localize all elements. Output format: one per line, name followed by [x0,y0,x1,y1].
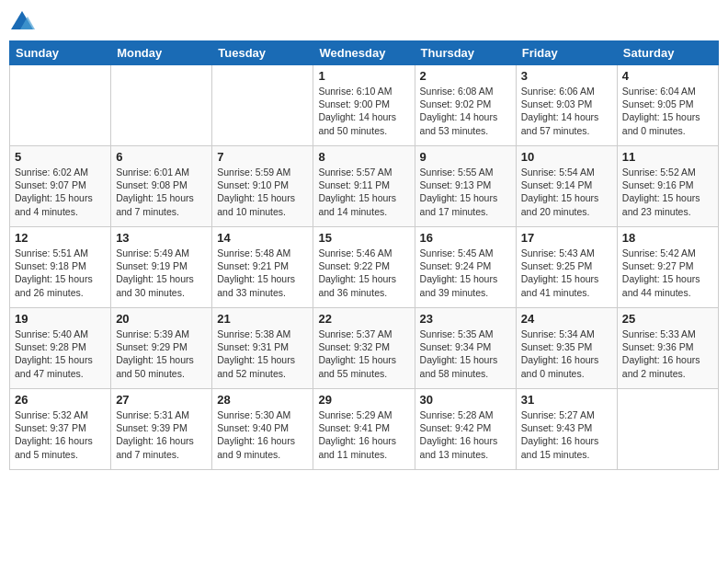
day-number: 3 [521,69,612,83]
day-number: 11 [622,150,713,164]
day-number: 31 [521,393,612,407]
weekday-header-tuesday: Tuesday [212,41,313,65]
calendar-table: SundayMondayTuesdayWednesdayThursdayFrid… [9,40,719,470]
calendar-day: 27Sunrise: 5:31 AM Sunset: 9:39 PM Dayli… [111,389,212,470]
calendar-day: 3Sunrise: 6:06 AM Sunset: 9:03 PM Daylig… [516,65,617,146]
day-info: Sunrise: 5:46 AM Sunset: 9:22 PM Dayligh… [318,247,409,299]
day-number: 9 [420,150,511,164]
day-number: 30 [420,393,511,407]
calendar-day [617,389,718,470]
calendar-day: 17Sunrise: 5:43 AM Sunset: 9:25 PM Dayli… [516,227,617,308]
day-number: 19 [15,312,106,326]
calendar-day: 14Sunrise: 5:48 AM Sunset: 9:21 PM Dayli… [212,227,313,308]
day-info: Sunrise: 5:54 AM Sunset: 9:14 PM Dayligh… [521,166,612,218]
day-info: Sunrise: 5:32 AM Sunset: 9:37 PM Dayligh… [15,408,106,461]
calendar-day: 20Sunrise: 5:39 AM Sunset: 9:29 PM Dayli… [111,308,212,389]
calendar-day: 5Sunrise: 6:02 AM Sunset: 9:07 PM Daylig… [10,146,111,227]
day-number: 22 [318,312,409,326]
day-number: 10 [521,150,612,164]
calendar-day: 28Sunrise: 5:30 AM Sunset: 9:40 PM Dayli… [212,389,313,470]
day-info: Sunrise: 5:45 AM Sunset: 9:24 PM Dayligh… [420,247,511,299]
day-info: Sunrise: 5:55 AM Sunset: 9:13 PM Dayligh… [420,166,511,218]
day-number: 28 [217,393,308,407]
day-number: 20 [116,312,207,326]
day-info: Sunrise: 6:04 AM Sunset: 9:05 PM Dayligh… [622,85,713,137]
day-info: Sunrise: 5:35 AM Sunset: 9:34 PM Dayligh… [420,327,511,380]
day-info: Sunrise: 5:40 AM Sunset: 9:28 PM Dayligh… [15,327,106,380]
calendar-day: 7Sunrise: 5:59 AM Sunset: 9:10 PM Daylig… [212,146,313,227]
calendar-week-row: 5Sunrise: 6:02 AM Sunset: 9:07 PM Daylig… [10,146,719,227]
day-info: Sunrise: 5:59 AM Sunset: 9:10 PM Dayligh… [217,166,308,218]
day-number: 1 [318,69,409,83]
weekday-header-wednesday: Wednesday [313,41,415,65]
calendar-day: 10Sunrise: 5:54 AM Sunset: 9:14 PM Dayli… [516,146,617,227]
calendar-day: 23Sunrise: 5:35 AM Sunset: 9:34 PM Dayli… [415,308,516,389]
day-info: Sunrise: 5:31 AM Sunset: 9:39 PM Dayligh… [116,408,207,461]
logo [9,9,39,35]
calendar-week-row: 12Sunrise: 5:51 AM Sunset: 9:18 PM Dayli… [10,227,719,308]
day-info: Sunrise: 6:02 AM Sunset: 9:07 PM Dayligh… [15,166,106,218]
calendar-day [10,65,111,146]
calendar-day: 8Sunrise: 5:57 AM Sunset: 9:11 PM Daylig… [313,146,415,227]
calendar-day: 19Sunrise: 5:40 AM Sunset: 9:28 PM Dayli… [10,308,111,389]
calendar-day: 13Sunrise: 5:49 AM Sunset: 9:19 PM Dayli… [111,227,212,308]
day-info: Sunrise: 5:34 AM Sunset: 9:35 PM Dayligh… [521,327,612,380]
day-info: Sunrise: 5:27 AM Sunset: 9:43 PM Dayligh… [521,408,612,461]
calendar-day: 2Sunrise: 6:08 AM Sunset: 9:02 PM Daylig… [415,65,516,146]
day-number: 12 [15,231,106,245]
day-number: 17 [521,231,612,245]
day-number: 21 [217,312,308,326]
calendar-week-row: 26Sunrise: 5:32 AM Sunset: 9:37 PM Dayli… [10,389,719,470]
page-header [9,9,719,35]
weekday-header-saturday: Saturday [617,41,718,65]
day-number: 26 [15,393,106,407]
calendar-day: 29Sunrise: 5:29 AM Sunset: 9:41 PM Dayli… [313,389,415,470]
day-info: Sunrise: 5:30 AM Sunset: 9:40 PM Dayligh… [217,408,308,461]
calendar-week-row: 1Sunrise: 6:10 AM Sunset: 9:00 PM Daylig… [10,65,719,146]
day-number: 23 [420,312,511,326]
calendar-day: 31Sunrise: 5:27 AM Sunset: 9:43 PM Dayli… [516,389,617,470]
day-info: Sunrise: 6:01 AM Sunset: 9:08 PM Dayligh… [116,166,207,218]
day-number: 4 [622,69,713,83]
calendar-day: 30Sunrise: 5:28 AM Sunset: 9:42 PM Dayli… [415,389,516,470]
day-number: 27 [116,393,207,407]
weekday-header-monday: Monday [111,41,212,65]
day-info: Sunrise: 5:42 AM Sunset: 9:27 PM Dayligh… [622,247,713,299]
calendar-day: 1Sunrise: 6:10 AM Sunset: 9:00 PM Daylig… [313,65,415,146]
day-number: 29 [318,393,409,407]
day-number: 13 [116,231,207,245]
calendar-day: 15Sunrise: 5:46 AM Sunset: 9:22 PM Dayli… [313,227,415,308]
day-info: Sunrise: 5:37 AM Sunset: 9:32 PM Dayligh… [318,327,409,380]
day-number: 5 [15,150,106,164]
calendar-week-row: 19Sunrise: 5:40 AM Sunset: 9:28 PM Dayli… [10,308,719,389]
day-number: 16 [420,231,511,245]
day-number: 7 [217,150,308,164]
calendar-day: 6Sunrise: 6:01 AM Sunset: 9:08 PM Daylig… [111,146,212,227]
day-info: Sunrise: 5:29 AM Sunset: 9:41 PM Dayligh… [318,408,409,461]
day-number: 14 [217,231,308,245]
weekday-header-sunday: Sunday [10,41,111,65]
day-info: Sunrise: 5:49 AM Sunset: 9:19 PM Dayligh… [116,247,207,299]
day-number: 8 [318,150,409,164]
calendar-day: 26Sunrise: 5:32 AM Sunset: 9:37 PM Dayli… [10,389,111,470]
calendar-day: 22Sunrise: 5:37 AM Sunset: 9:32 PM Dayli… [313,308,415,389]
day-info: Sunrise: 5:39 AM Sunset: 9:29 PM Dayligh… [116,327,207,380]
calendar-day: 9Sunrise: 5:55 AM Sunset: 9:13 PM Daylig… [415,146,516,227]
day-info: Sunrise: 5:48 AM Sunset: 9:21 PM Dayligh… [217,247,308,299]
calendar-day: 16Sunrise: 5:45 AM Sunset: 9:24 PM Dayli… [415,227,516,308]
day-number: 2 [420,69,511,83]
day-info: Sunrise: 5:33 AM Sunset: 9:36 PM Dayligh… [622,327,713,380]
calendar-day: 21Sunrise: 5:38 AM Sunset: 9:31 PM Dayli… [212,308,313,389]
calendar-day: 12Sunrise: 5:51 AM Sunset: 9:18 PM Dayli… [10,227,111,308]
day-number: 6 [116,150,207,164]
day-number: 24 [521,312,612,326]
calendar-day: 18Sunrise: 5:42 AM Sunset: 9:27 PM Dayli… [617,227,718,308]
calendar-day: 11Sunrise: 5:52 AM Sunset: 9:16 PM Dayli… [617,146,718,227]
day-info: Sunrise: 5:28 AM Sunset: 9:42 PM Dayligh… [420,408,511,461]
calendar-day: 25Sunrise: 5:33 AM Sunset: 9:36 PM Dayli… [617,308,718,389]
day-info: Sunrise: 6:06 AM Sunset: 9:03 PM Dayligh… [521,85,612,137]
weekday-header-row: SundayMondayTuesdayWednesdayThursdayFrid… [10,41,719,65]
day-info: Sunrise: 5:52 AM Sunset: 9:16 PM Dayligh… [622,166,713,218]
calendar-day [212,65,313,146]
day-number: 18 [622,231,713,245]
